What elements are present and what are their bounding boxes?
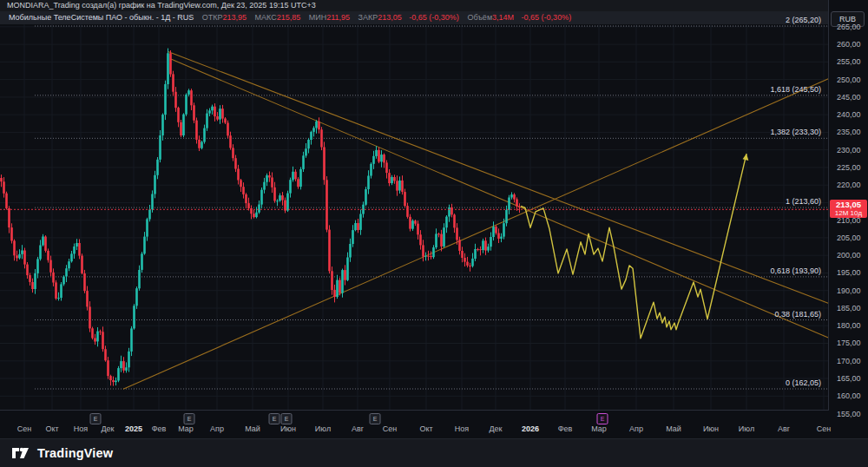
chart-canvas[interactable]: [0, 0, 868, 467]
time-axis-month-label: Дек: [489, 424, 502, 433]
price-tick-label: 220,00: [837, 181, 861, 189]
price-tick-label: 240,00: [837, 110, 861, 119]
time-axis-month-label: Мар: [591, 424, 607, 433]
price-tick-label: 205,00: [837, 234, 861, 242]
time-axis-month-label: Июл: [315, 424, 331, 433]
earnings-icon[interactable]: E: [370, 413, 381, 424]
tradingview-logo-icon: [12, 446, 31, 460]
time-axis-month-label: Июн: [703, 424, 719, 433]
fib-level-label: 2 (265,20): [786, 16, 821, 24]
time-axis-month-label: Фев: [152, 424, 167, 433]
fib-level-label: 0 (162,05): [786, 378, 821, 387]
time-axis[interactable]: СенОктНояДек2025ФевМарАпрМайИюнИюлАвгСен…: [0, 410, 829, 439]
time-axis-month-label: Июл: [739, 424, 754, 433]
price-axis[interactable]: RUB 265,00260,00255,00250,00245,00240,00…: [828, 0, 868, 438]
price-tick-label: 180,00: [837, 321, 861, 330]
time-axis-month-label: Апр: [210, 424, 224, 433]
tradingview-chart-window: MONDIARA_Trading создал(а) график на Tra…: [0, 0, 868, 467]
projection-line: [521, 154, 746, 339]
time-axis-month-label: Июн: [280, 424, 296, 433]
projection-arrowhead: [743, 154, 749, 161]
price-tick-label: 260,00: [837, 40, 861, 49]
earnings-upcoming-icon[interactable]: E: [597, 413, 608, 424]
price-tick-label: 160,00: [837, 391, 861, 400]
last-price-value: 213,05: [830, 201, 867, 209]
price-tick-label: 185,00: [837, 304, 861, 312]
fib-level-label: 1,618 (245,50): [770, 85, 821, 94]
tradingview-logo-text: TradingView: [37, 446, 113, 460]
time-axis-year-label: 2025: [125, 424, 142, 433]
fib-level-label: 0,38 (181,65): [774, 310, 821, 319]
earnings-icon[interactable]: E: [281, 413, 293, 424]
price-tick-label: 250,00: [837, 76, 861, 84]
bottom-bar: TradingView: [0, 438, 868, 467]
time-axis-month-label: Сен: [17, 424, 31, 433]
earnings-icon[interactable]: E: [184, 413, 195, 424]
price-tick-label: 235,00: [837, 128, 861, 136]
price-tick-label: 175,00: [837, 339, 861, 347]
time-axis-month-label: Фев: [558, 424, 573, 433]
price-tick-label: 155,00: [837, 410, 861, 418]
fib-level-label: 1,382 (233,30): [770, 128, 821, 136]
time-axis-month-label: Май: [666, 424, 681, 433]
tradingview-logo[interactable]: TradingView: [12, 446, 113, 460]
time-axis-month-label: Окт: [45, 424, 58, 433]
time-axis-month-label: Дек: [101, 424, 114, 433]
price-tick-label: 200,00: [837, 251, 861, 260]
time-axis-month-label: Авг: [778, 424, 790, 433]
price-tick-label: 190,00: [837, 286, 861, 295]
price-tick-label: 165,00: [837, 374, 861, 383]
fib-level-label: 0,618 (193,90): [770, 266, 821, 275]
price-tick-label: 195,00: [837, 268, 861, 277]
time-axis-month-label: Ноя: [74, 424, 88, 433]
time-axis-month-label: Ноя: [455, 424, 469, 433]
price-tick-label: 245,00: [837, 93, 861, 102]
price-tick-label: 170,00: [837, 357, 861, 365]
time-axis-month-label: Апр: [629, 424, 643, 433]
last-price-badge: 213,05 12М 10д: [830, 200, 867, 218]
time-axis-year-label: 2026: [522, 424, 539, 433]
price-tick-label: 255,00: [837, 57, 861, 66]
time-axis-month-label: Авг: [352, 424, 364, 433]
price-tick-label: 265,00: [837, 23, 861, 31]
bar-countdown: 12М 10д: [830, 209, 867, 217]
fib-level-label: 1 (213,60): [786, 197, 821, 206]
time-axis-month-label: Сен: [383, 424, 397, 433]
time-axis-month-label: Май: [245, 424, 260, 433]
earnings-icon[interactable]: E: [90, 413, 102, 424]
earnings-icon[interactable]: E: [269, 413, 280, 424]
time-axis-month-label: Мар: [178, 424, 194, 433]
price-tick-label: 225,00: [837, 163, 861, 172]
price-tick-label: 230,00: [837, 146, 861, 155]
time-axis-month-label: Сен: [817, 424, 831, 433]
time-axis-month-label: Окт: [419, 424, 432, 433]
